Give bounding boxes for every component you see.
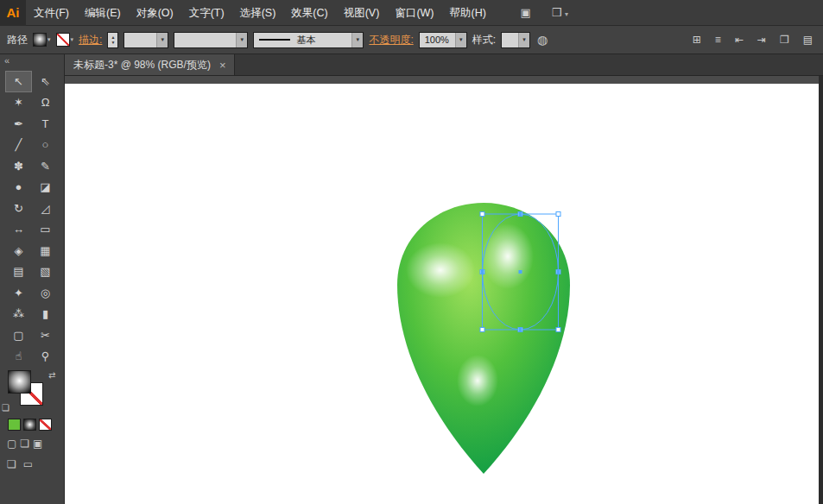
anchor-point-right[interactable]	[557, 270, 560, 274]
selection-handle-bottom-left[interactable]	[480, 328, 484, 332]
screen-mode-icon[interactable]: ❏	[7, 458, 16, 470]
align-panel-icon[interactable]: ≡	[715, 34, 721, 46]
stroke-color-dropdown[interactable]: ▾	[56, 33, 74, 47]
lasso-tool[interactable]: Ω	[32, 92, 59, 114]
artwork-svg	[65, 84, 819, 504]
green-egg-shape[interactable]	[397, 203, 570, 474]
screen-mode-alt-icon[interactable]: ▭	[23, 458, 33, 470]
selection-handle-bottom-right[interactable]	[556, 328, 560, 332]
hand-tool[interactable]: ☝	[5, 346, 32, 368]
menu-effect[interactable]: 效果(C)	[283, 0, 335, 26]
close-icon[interactable]: ×	[219, 59, 226, 72]
panel-collapse-button[interactable]: «	[0, 54, 64, 69]
symbol-sprayer-tool[interactable]: ⁂	[5, 304, 32, 325]
color-mode-buttons	[0, 419, 64, 431]
menu-object[interactable]: 对象(O)	[129, 0, 181, 26]
anchor-point-top[interactable]	[519, 212, 522, 216]
selection-tool[interactable]: ↖	[5, 71, 32, 92]
anchor-point-left[interactable]	[481, 270, 484, 274]
pencil-tool[interactable]: ✎	[32, 155, 59, 177]
chevron-down-icon: ▾	[565, 10, 568, 18]
context-label: 路径	[7, 33, 28, 47]
default-fill-stroke-icon[interactable]: ❏	[2, 403, 9, 413]
screen-mode-buttons: ❏ ▭	[0, 458, 64, 470]
menu-edit[interactable]: 编辑(E)	[77, 0, 129, 26]
distribute-vertical-icon[interactable]: ⇥	[757, 34, 766, 46]
anchor-point-center[interactable]	[519, 270, 522, 274]
fill-color-swatch	[33, 33, 47, 47]
blend-tool[interactable]: ◎	[32, 282, 59, 304]
scale-tool[interactable]: ◿	[32, 198, 59, 219]
stroke-width-dropdown[interactable]: ▾	[123, 32, 168, 48]
menu-file[interactable]: 文件(F)	[26, 0, 77, 26]
swap-fill-stroke-icon[interactable]: ⇄	[48, 370, 55, 380]
eyedropper-tool[interactable]: ✦	[5, 282, 32, 304]
slice-tool[interactable]: ✂	[32, 324, 59, 346]
blob-brush-tool[interactable]: ●	[5, 177, 32, 198]
opacity-panel-link[interactable]: 不透明度:	[369, 33, 413, 47]
artboard[interactable]	[65, 84, 819, 504]
magic-wand-tool[interactable]: ✶	[5, 92, 32, 114]
draw-inside-mode-icon[interactable]: ▣	[33, 438, 42, 450]
right-scrollbar[interactable]	[819, 76, 823, 504]
workspace-icon: ❒	[552, 6, 562, 19]
bridge-icon[interactable]: ▣	[520, 6, 530, 19]
control-bar: 路径 ▾ ▾ 描边: ▲ ▼ ▾ ▾ 基本 ▾ 不透明度: 100% ▾ 样式:…	[0, 26, 823, 54]
stroke-width-stepper[interactable]: ▲ ▼	[107, 32, 118, 48]
style-dropdown[interactable]: ▾	[501, 32, 530, 48]
menu-select[interactable]: 选择(S)	[232, 0, 284, 26]
rotate-tool[interactable]: ↻	[5, 198, 32, 219]
gradient-tool[interactable]: ▧	[32, 261, 59, 283]
none-button[interactable]	[39, 419, 52, 431]
line-segment-tool[interactable]: ╱	[5, 135, 32, 156]
transform-panel-icon[interactable]: ⊞	[693, 34, 701, 46]
opacity-value: 100%	[425, 35, 449, 45]
selection-handle-top-right[interactable]	[556, 212, 560, 217]
width-tool[interactable]: ↔	[5, 219, 32, 241]
selection-handle-top-left[interactable]	[480, 212, 484, 217]
stroke-panel-link[interactable]: 描边:	[79, 33, 102, 47]
fill-color-dropdown[interactable]: ▾	[33, 33, 51, 47]
menu-help[interactable]: 帮助(H)	[442, 0, 494, 26]
fill-proxy-gradient[interactable]	[8, 370, 31, 394]
stepper-down-icon: ▼	[111, 40, 115, 45]
shape-builder-tool[interactable]: ◈	[5, 240, 32, 261]
eraser-tool[interactable]: ◪	[32, 177, 59, 198]
zoom-tool[interactable]: ⚲	[32, 346, 59, 368]
opacity-dropdown[interactable]: 100% ▾	[419, 32, 467, 48]
perspective-grid-tool[interactable]: ▦	[32, 240, 59, 261]
menu-bar: Ai 文件(F) 编辑(E) 对象(O) 文字(T) 选择(S) 效果(C) 视…	[0, 0, 823, 26]
draw-normal-mode-icon[interactable]: ▢	[7, 438, 16, 450]
type-tool[interactable]: T	[32, 113, 59, 135]
column-graph-tool[interactable]: ▮	[32, 304, 59, 325]
anchor-point-bottom[interactable]	[519, 328, 522, 331]
menu-type[interactable]: 文字(T)	[181, 0, 232, 26]
ellipse-tool[interactable]: ○	[32, 135, 59, 156]
free-transform-tool[interactable]: ▭	[32, 219, 59, 241]
menu-view[interactable]: 视图(V)	[336, 0, 388, 26]
mesh-tool[interactable]: ▤	[5, 261, 32, 283]
pen-tool[interactable]: ✒	[5, 113, 32, 135]
chevron-down-icon: ▾	[351, 33, 363, 47]
chevron-down-icon: ▾	[236, 33, 247, 47]
chevron-down-icon: ▾	[455, 33, 466, 47]
artboard-tool[interactable]: ▢	[5, 324, 32, 346]
workspace-switcher-icon[interactable]: ❒ ▾	[552, 6, 568, 19]
document-setup-icon[interactable]: ▤	[803, 34, 813, 46]
document-tab[interactable]: 未标题-3* @ 98% (RGB/预览) ×	[65, 54, 235, 75]
gradient-button[interactable]	[23, 419, 36, 431]
document-info-globe-icon[interactable]: ◍	[537, 33, 548, 47]
direct-selection-tool[interactable]: ⇖	[32, 71, 59, 92]
paintbrush-tool[interactable]: ✽	[5, 155, 32, 177]
canvas-viewport	[65, 76, 823, 504]
brush-definition-label: 基本	[296, 34, 315, 47]
arrange-documents-icon[interactable]: ❐	[780, 34, 789, 46]
menu-window[interactable]: 窗口(W)	[387, 0, 441, 26]
color-button[interactable]	[8, 419, 21, 431]
highlight-blob-left	[406, 243, 475, 298]
distribute-horizontal-icon[interactable]: ⇤	[735, 34, 744, 46]
document-tab-bar: 未标题-3* @ 98% (RGB/预览) ×	[65, 54, 823, 76]
draw-behind-mode-icon[interactable]: ❏	[20, 438, 29, 450]
width-profile-dropdown[interactable]: ▾	[174, 32, 248, 48]
brush-definition-dropdown[interactable]: 基本 ▾	[253, 32, 364, 48]
